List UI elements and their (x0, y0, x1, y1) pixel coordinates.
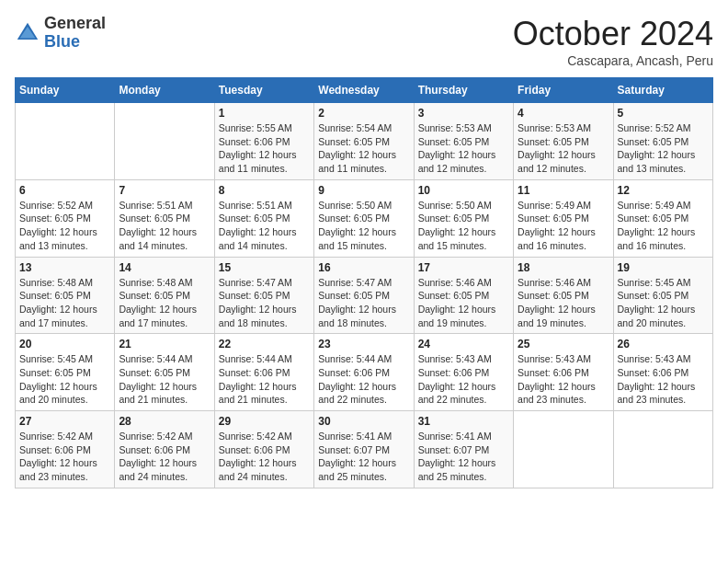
day-number: 25 (518, 338, 609, 350)
day-number: 30 (318, 415, 409, 428)
calendar-cell: 18Sunrise: 5:46 AM Sunset: 6:05 PM Dayli… (514, 257, 613, 334)
calendar-cell: 3Sunrise: 5:53 AM Sunset: 6:05 PM Daylig… (414, 103, 513, 180)
day-info: Sunrise: 5:46 AM Sunset: 6:05 PM Dayligh… (418, 276, 509, 330)
day-number: 29 (219, 415, 310, 428)
day-number: 27 (19, 415, 110, 428)
day-info: Sunrise: 5:41 AM Sunset: 6:07 PM Dayligh… (318, 430, 409, 484)
location: Cascapara, Ancash, Peru (513, 53, 713, 68)
day-info: Sunrise: 5:43 AM Sunset: 6:06 PM Dayligh… (618, 352, 709, 407)
day-number: 18 (518, 261, 609, 274)
calendar-cell: 27Sunrise: 5:42 AM Sunset: 6:06 PM Dayli… (16, 411, 115, 488)
day-number: 31 (418, 415, 509, 428)
calendar-cell: 22Sunrise: 5:44 AM Sunset: 6:06 PM Dayli… (214, 334, 313, 411)
day-info: Sunrise: 5:52 AM Sunset: 6:05 PM Dayligh… (618, 121, 709, 176)
day-info: Sunrise: 5:50 AM Sunset: 6:05 PM Dayligh… (318, 199, 409, 253)
header-sunday: Sunday (16, 78, 115, 103)
day-info: Sunrise: 5:41 AM Sunset: 6:07 PM Dayligh… (418, 430, 509, 484)
day-number: 17 (418, 261, 509, 274)
calendar-cell: 5Sunrise: 5:52 AM Sunset: 6:05 PM Daylig… (613, 103, 712, 180)
calendar-table: Sunday Monday Tuesday Wednesday Thursday… (15, 77, 713, 488)
day-number: 4 (518, 107, 609, 120)
logo-icon (15, 20, 40, 46)
day-info: Sunrise: 5:54 AM Sunset: 6:05 PM Dayligh… (318, 121, 409, 176)
day-info: Sunrise: 5:47 AM Sunset: 6:05 PM Dayligh… (219, 276, 310, 330)
day-info: Sunrise: 5:43 AM Sunset: 6:06 PM Dayligh… (418, 352, 509, 407)
header-friday: Friday (514, 78, 613, 103)
day-info: Sunrise: 5:48 AM Sunset: 6:05 PM Dayligh… (119, 276, 210, 330)
calendar-cell: 31Sunrise: 5:41 AM Sunset: 6:07 PM Dayli… (414, 411, 513, 488)
calendar-cell: 24Sunrise: 5:43 AM Sunset: 6:06 PM Dayli… (414, 334, 513, 411)
calendar-cell: 21Sunrise: 5:44 AM Sunset: 6:05 PM Dayli… (115, 334, 214, 411)
day-info: Sunrise: 5:43 AM Sunset: 6:06 PM Dayligh… (518, 352, 609, 407)
day-info: Sunrise: 5:44 AM Sunset: 6:05 PM Dayligh… (119, 352, 210, 407)
weekday-header-row: Sunday Monday Tuesday Wednesday Thursday… (16, 78, 713, 103)
title-block: October 2024 Cascapara, Ancash, Peru (513, 15, 713, 68)
calendar-cell: 14Sunrise: 5:48 AM Sunset: 6:05 PM Dayli… (115, 257, 214, 334)
day-number: 11 (518, 184, 609, 197)
calendar-cell: 20Sunrise: 5:45 AM Sunset: 6:05 PM Dayli… (16, 334, 115, 411)
calendar-cell: 9Sunrise: 5:50 AM Sunset: 6:05 PM Daylig… (314, 179, 414, 257)
calendar-cell: 13Sunrise: 5:48 AM Sunset: 6:05 PM Dayli… (16, 257, 115, 334)
calendar-cell: 11Sunrise: 5:49 AM Sunset: 6:05 PM Dayli… (514, 179, 613, 257)
day-number: 8 (219, 184, 310, 197)
day-number: 22 (219, 338, 310, 350)
day-info: Sunrise: 5:45 AM Sunset: 6:05 PM Dayligh… (618, 276, 709, 330)
day-number: 24 (418, 338, 509, 350)
day-info: Sunrise: 5:51 AM Sunset: 6:05 PM Dayligh… (219, 199, 310, 253)
calendar-week-5: 27Sunrise: 5:42 AM Sunset: 6:06 PM Dayli… (16, 411, 713, 488)
calendar-cell (16, 103, 115, 180)
header-wednesday: Wednesday (314, 78, 414, 103)
day-info: Sunrise: 5:42 AM Sunset: 6:06 PM Dayligh… (119, 430, 210, 484)
page-header: General Blue October 2024 Cascapara, Anc… (15, 15, 713, 68)
calendar-week-2: 6Sunrise: 5:52 AM Sunset: 6:05 PM Daylig… (16, 179, 713, 257)
day-info: Sunrise: 5:53 AM Sunset: 6:05 PM Dayligh… (418, 121, 509, 176)
day-info: Sunrise: 5:55 AM Sunset: 6:06 PM Dayligh… (219, 121, 310, 176)
calendar-week-1: 1Sunrise: 5:55 AM Sunset: 6:06 PM Daylig… (16, 103, 713, 180)
day-number: 12 (618, 184, 709, 197)
day-number: 2 (318, 107, 409, 120)
calendar-cell (514, 411, 613, 488)
day-number: 14 (119, 261, 210, 274)
calendar-cell: 19Sunrise: 5:45 AM Sunset: 6:05 PM Dayli… (613, 257, 712, 334)
logo-text: General Blue (44, 15, 106, 52)
day-number: 16 (318, 261, 409, 274)
day-number: 28 (119, 415, 210, 428)
day-info: Sunrise: 5:44 AM Sunset: 6:06 PM Dayligh… (219, 352, 310, 407)
calendar-cell: 12Sunrise: 5:49 AM Sunset: 6:05 PM Dayli… (613, 179, 712, 257)
day-info: Sunrise: 5:52 AM Sunset: 6:05 PM Dayligh… (19, 199, 110, 253)
day-info: Sunrise: 5:53 AM Sunset: 6:05 PM Dayligh… (518, 121, 609, 176)
calendar-cell: 8Sunrise: 5:51 AM Sunset: 6:05 PM Daylig… (214, 179, 313, 257)
calendar-cell: 16Sunrise: 5:47 AM Sunset: 6:05 PM Dayli… (314, 257, 414, 334)
calendar-cell: 30Sunrise: 5:41 AM Sunset: 6:07 PM Dayli… (314, 411, 414, 488)
month-title: October 2024 (513, 15, 713, 53)
calendar-cell: 28Sunrise: 5:42 AM Sunset: 6:06 PM Dayli… (115, 411, 214, 488)
day-number: 7 (119, 184, 210, 197)
calendar-cell (115, 103, 214, 180)
logo-general: General (44, 15, 106, 33)
calendar-week-3: 13Sunrise: 5:48 AM Sunset: 6:05 PM Dayli… (16, 257, 713, 334)
day-number: 5 (618, 107, 709, 120)
day-info: Sunrise: 5:48 AM Sunset: 6:05 PM Dayligh… (19, 276, 110, 330)
calendar-cell: 29Sunrise: 5:42 AM Sunset: 6:06 PM Dayli… (214, 411, 313, 488)
day-info: Sunrise: 5:51 AM Sunset: 6:05 PM Dayligh… (119, 199, 210, 253)
day-number: 9 (318, 184, 409, 197)
day-number: 6 (19, 184, 110, 197)
header-thursday: Thursday (414, 78, 513, 103)
day-number: 15 (219, 261, 310, 274)
calendar-cell: 6Sunrise: 5:52 AM Sunset: 6:05 PM Daylig… (16, 179, 115, 257)
calendar-cell: 1Sunrise: 5:55 AM Sunset: 6:06 PM Daylig… (214, 103, 313, 180)
logo-blue: Blue (44, 33, 106, 52)
day-number: 10 (418, 184, 509, 197)
day-info: Sunrise: 5:42 AM Sunset: 6:06 PM Dayligh… (19, 430, 110, 484)
day-info: Sunrise: 5:50 AM Sunset: 6:05 PM Dayligh… (418, 199, 509, 253)
calendar-cell: 4Sunrise: 5:53 AM Sunset: 6:05 PM Daylig… (514, 103, 613, 180)
day-number: 26 (618, 338, 709, 350)
day-info: Sunrise: 5:49 AM Sunset: 6:05 PM Dayligh… (618, 199, 709, 253)
day-info: Sunrise: 5:47 AM Sunset: 6:05 PM Dayligh… (318, 276, 409, 330)
calendar-cell: 17Sunrise: 5:46 AM Sunset: 6:05 PM Dayli… (414, 257, 513, 334)
calendar-cell: 25Sunrise: 5:43 AM Sunset: 6:06 PM Dayli… (514, 334, 613, 411)
day-number: 3 (418, 107, 509, 120)
calendar-week-4: 20Sunrise: 5:45 AM Sunset: 6:05 PM Dayli… (16, 334, 713, 411)
calendar-cell: 26Sunrise: 5:43 AM Sunset: 6:06 PM Dayli… (613, 334, 712, 411)
day-number: 1 (219, 107, 310, 120)
